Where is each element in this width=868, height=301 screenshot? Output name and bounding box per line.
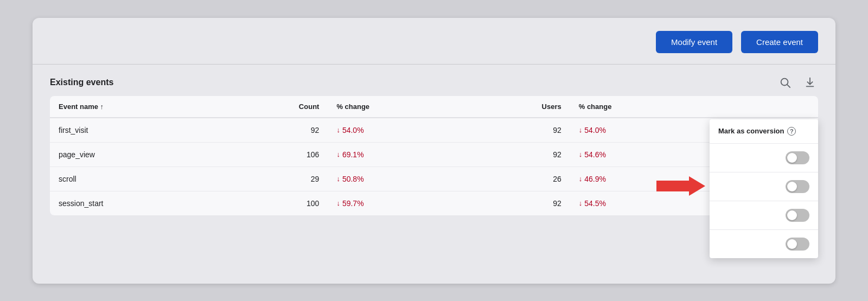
conversion-title: Mark as conversion	[718, 127, 784, 135]
down-arrow-icon: ↓	[336, 175, 340, 183]
conversion-toggle-4[interactable]	[786, 238, 809, 251]
count-cell: 100	[223, 191, 328, 215]
conversion-toggle-1[interactable]	[786, 151, 809, 164]
modify-event-button[interactable]: Modify event	[656, 31, 732, 53]
count-change-cell: ↓ 50.8%	[328, 166, 467, 191]
event-name-cell: scroll	[50, 166, 223, 191]
count-cell: 29	[223, 166, 328, 191]
conversion-toggle-3[interactable]	[786, 209, 809, 222]
down-arrow-icon: ↓	[579, 199, 583, 207]
toggle-slider-2	[786, 180, 809, 193]
toggle-slider-1	[786, 151, 809, 164]
events-table: Event name ↑ Count % change Users % chan…	[50, 96, 818, 215]
event-name-cell: session_start	[50, 191, 223, 215]
conversion-header: Mark as conversion ?	[710, 119, 818, 144]
toggle-slider-3	[786, 209, 809, 222]
help-icon[interactable]: ?	[787, 127, 796, 136]
users-change-value: 54.6%	[584, 150, 606, 159]
table-header-row: Event name ↑ Count % change Users % chan…	[50, 96, 818, 118]
count-change-cell: ↓ 54.0%	[328, 118, 467, 143]
users-change-value: 54.0%	[584, 126, 606, 135]
users-cell: 92	[468, 191, 570, 215]
conversion-toggle-2[interactable]	[786, 180, 809, 193]
down-arrow-icon: ↓	[579, 175, 583, 183]
down-arrow-icon: ↓	[336, 199, 340, 207]
table-row: first_visit 92 ↓ 54.0% 92 ↓ 54.0%	[50, 118, 818, 143]
users-change-cell: ↓ 54.0%	[570, 118, 710, 143]
section-header: Existing events	[33, 65, 835, 96]
change-value: 69.1%	[342, 150, 364, 159]
count-change-cell: ↓ 69.1%	[328, 142, 467, 166]
main-card: Modify event Create event Existing event…	[33, 18, 835, 284]
users-cell: 92	[468, 142, 570, 166]
table-row: page_view 106 ↓ 69.1% 92 ↓ 54.6%	[50, 142, 818, 166]
download-button[interactable]	[802, 74, 818, 91]
down-arrow-icon: ↓	[336, 126, 340, 134]
col-spacer	[710, 96, 818, 118]
event-name-cell: page_view	[50, 142, 223, 166]
search-button[interactable]	[777, 74, 793, 91]
count-cell: 92	[223, 118, 328, 143]
arrow-annotation	[656, 176, 705, 197]
download-icon	[804, 76, 816, 88]
conversion-panel: Mark as conversion ?	[710, 119, 818, 258]
users-change-cell: ↓ 54.6%	[570, 142, 710, 166]
conversion-toggle-row-1	[710, 144, 818, 172]
create-event-button[interactable]: Create event	[741, 31, 818, 53]
red-arrow-icon	[656, 176, 705, 196]
col-users-change: % change	[570, 96, 710, 118]
col-users: Users	[468, 96, 570, 118]
conversion-toggle-row-2	[710, 172, 818, 201]
col-event-name: Event name ↑	[50, 96, 223, 118]
svg-marker-2	[656, 176, 705, 196]
change-value: 50.8%	[342, 175, 364, 183]
toggle-slider-4	[786, 238, 809, 251]
count-change-cell: ↓ 59.7%	[328, 191, 467, 215]
col-count-change: % change	[328, 96, 467, 118]
svg-line-1	[787, 85, 790, 87]
search-icon	[779, 76, 791, 88]
conversion-toggle-row-3	[710, 201, 818, 230]
action-bar: Modify event Create event	[33, 18, 835, 65]
change-value: 59.7%	[342, 199, 364, 208]
users-cell: 26	[468, 166, 570, 191]
col-count: Count	[223, 96, 328, 118]
users-cell: 92	[468, 118, 570, 143]
conversion-toggle-row-4	[710, 230, 818, 258]
count-cell: 106	[223, 142, 328, 166]
header-icons	[777, 74, 818, 91]
down-arrow-icon: ↓	[336, 150, 340, 158]
change-value: 54.0%	[342, 126, 364, 135]
section-title: Existing events	[50, 78, 113, 87]
event-name-cell: first_visit	[50, 118, 223, 143]
down-arrow-icon: ↓	[579, 126, 583, 134]
down-arrow-icon: ↓	[579, 150, 583, 158]
users-change-value: 54.5%	[584, 199, 606, 208]
table-container: Event name ↑ Count % change Users % chan…	[50, 96, 818, 215]
users-change-value: 46.9%	[584, 175, 606, 183]
